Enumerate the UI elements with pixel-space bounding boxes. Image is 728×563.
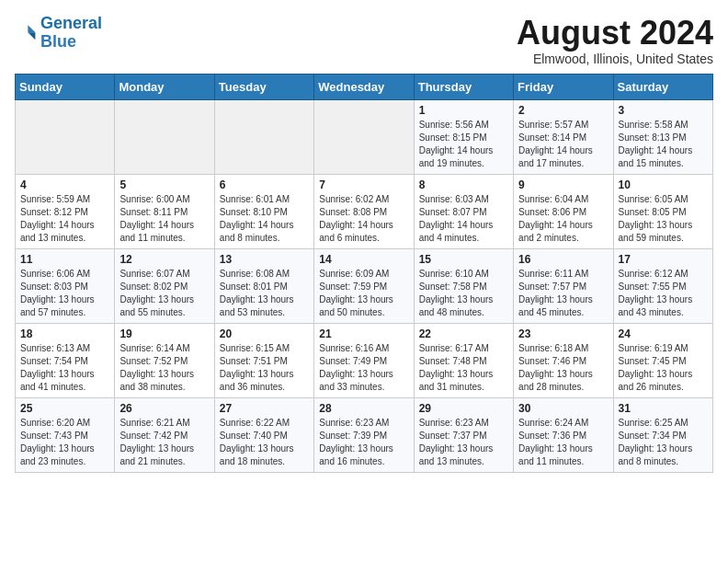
calendar-cell: 18Sunrise: 6:13 AMSunset: 7:54 PMDayligh… xyxy=(16,323,115,397)
location: Elmwood, Illinois, United States xyxy=(517,52,713,66)
calendar-cell: 11Sunrise: 6:06 AMSunset: 8:03 PMDayligh… xyxy=(16,248,115,323)
day-info: Sunrise: 6:23 AMSunset: 7:37 PMDaylight:… xyxy=(419,417,508,468)
day-number: 27 xyxy=(220,402,309,415)
day-info: Sunrise: 6:23 AMSunset: 7:39 PMDaylight:… xyxy=(319,417,408,468)
svg-marker-0 xyxy=(28,25,35,32)
day-info: Sunrise: 6:12 AMSunset: 7:55 PMDaylight:… xyxy=(619,268,708,319)
day-number: 13 xyxy=(220,253,309,266)
day-info: Sunrise: 6:25 AMSunset: 7:34 PMDaylight:… xyxy=(619,417,708,468)
day-number: 25 xyxy=(20,402,109,415)
day-header-saturday: Saturday xyxy=(613,74,712,99)
day-number: 4 xyxy=(20,178,109,191)
calendar-cell: 2Sunrise: 5:57 AMSunset: 8:14 PMDaylight… xyxy=(514,99,613,174)
day-info: Sunrise: 6:09 AMSunset: 7:59 PMDaylight:… xyxy=(319,268,408,319)
day-number: 29 xyxy=(419,402,508,415)
day-info: Sunrise: 6:10 AMSunset: 7:58 PMDaylight:… xyxy=(419,268,508,319)
week-row-1: 1Sunrise: 5:56 AMSunset: 8:15 PMDaylight… xyxy=(16,99,713,174)
calendar-cell: 14Sunrise: 6:09 AMSunset: 7:59 PMDayligh… xyxy=(314,248,414,323)
day-info: Sunrise: 6:04 AMSunset: 8:06 PMDaylight:… xyxy=(518,193,608,245)
day-number: 16 xyxy=(518,253,608,266)
day-number: 19 xyxy=(119,327,209,340)
calendar-cell: 9Sunrise: 6:04 AMSunset: 8:06 PMDaylight… xyxy=(514,174,613,248)
day-header-thursday: Thursday xyxy=(414,74,513,99)
calendar-cell: 19Sunrise: 6:14 AMSunset: 7:52 PMDayligh… xyxy=(115,323,214,397)
calendar-cell: 13Sunrise: 6:08 AMSunset: 8:01 PMDayligh… xyxy=(214,248,313,323)
logo-blue: Blue xyxy=(40,32,76,51)
day-number: 20 xyxy=(220,327,309,340)
calendar-cell: 25Sunrise: 6:20 AMSunset: 7:43 PMDayligh… xyxy=(16,397,115,472)
calendar-cell: 31Sunrise: 6:25 AMSunset: 7:34 PMDayligh… xyxy=(613,397,712,472)
day-number: 22 xyxy=(419,327,508,340)
calendar-table: SundayMondayTuesdayWednesdayThursdayFrid… xyxy=(15,74,713,473)
calendar-cell xyxy=(314,99,414,174)
calendar-cell: 27Sunrise: 6:22 AMSunset: 7:40 PMDayligh… xyxy=(214,397,313,472)
header-row: SundayMondayTuesdayWednesdayThursdayFrid… xyxy=(16,74,713,99)
day-number: 14 xyxy=(319,253,408,266)
day-number: 10 xyxy=(619,178,708,191)
day-info: Sunrise: 6:24 AMSunset: 7:36 PMDaylight:… xyxy=(518,417,608,468)
svg-marker-1 xyxy=(28,32,35,40)
day-number: 2 xyxy=(518,104,608,117)
day-number: 24 xyxy=(619,327,708,340)
calendar-cell: 5Sunrise: 6:00 AMSunset: 8:11 PMDaylight… xyxy=(115,174,214,248)
calendar-cell: 28Sunrise: 6:23 AMSunset: 7:39 PMDayligh… xyxy=(314,397,414,472)
day-number: 21 xyxy=(319,327,408,340)
day-info: Sunrise: 6:17 AMSunset: 7:48 PMDaylight:… xyxy=(419,342,508,394)
week-row-4: 18Sunrise: 6:13 AMSunset: 7:54 PMDayligh… xyxy=(16,323,713,397)
day-number: 30 xyxy=(518,402,608,415)
day-info: Sunrise: 6:03 AMSunset: 8:07 PMDaylight:… xyxy=(419,193,508,245)
day-number: 9 xyxy=(518,178,608,191)
day-number: 26 xyxy=(119,402,209,415)
day-info: Sunrise: 5:57 AMSunset: 8:14 PMDaylight:… xyxy=(518,119,608,170)
day-info: Sunrise: 6:19 AMSunset: 7:45 PMDaylight:… xyxy=(619,342,708,394)
day-number: 12 xyxy=(119,253,209,266)
day-info: Sunrise: 6:14 AMSunset: 7:52 PMDaylight:… xyxy=(119,342,209,394)
day-info: Sunrise: 6:16 AMSunset: 7:49 PMDaylight:… xyxy=(319,342,408,394)
day-header-sunday: Sunday xyxy=(16,74,115,99)
calendar-cell: 24Sunrise: 6:19 AMSunset: 7:45 PMDayligh… xyxy=(613,323,712,397)
day-info: Sunrise: 6:05 AMSunset: 8:05 PMDaylight:… xyxy=(619,193,708,245)
calendar-cell: 15Sunrise: 6:10 AMSunset: 7:58 PMDayligh… xyxy=(414,248,513,323)
month-title: August 2024 xyxy=(517,15,713,52)
day-number: 6 xyxy=(220,178,309,191)
calendar-cell: 21Sunrise: 6:16 AMSunset: 7:49 PMDayligh… xyxy=(314,323,414,397)
week-row-5: 25Sunrise: 6:20 AMSunset: 7:43 PMDayligh… xyxy=(16,397,713,472)
day-info: Sunrise: 6:15 AMSunset: 7:51 PMDaylight:… xyxy=(220,342,309,394)
calendar-cell: 23Sunrise: 6:18 AMSunset: 7:46 PMDayligh… xyxy=(514,323,613,397)
calendar-cell: 26Sunrise: 6:21 AMSunset: 7:42 PMDayligh… xyxy=(115,397,214,472)
calendar-cell xyxy=(115,99,214,174)
day-number: 15 xyxy=(419,253,508,266)
day-info: Sunrise: 6:20 AMSunset: 7:43 PMDaylight:… xyxy=(20,417,109,468)
logo: General Blue xyxy=(15,15,102,52)
day-header-monday: Monday xyxy=(115,74,214,99)
day-number: 31 xyxy=(619,402,708,415)
calendar-cell: 7Sunrise: 6:02 AMSunset: 8:08 PMDaylight… xyxy=(314,174,414,248)
day-number: 1 xyxy=(419,104,508,117)
day-info: Sunrise: 6:00 AMSunset: 8:11 PMDaylight:… xyxy=(119,193,209,245)
week-row-3: 11Sunrise: 6:06 AMSunset: 8:03 PMDayligh… xyxy=(16,248,713,323)
calendar-cell: 30Sunrise: 6:24 AMSunset: 7:36 PMDayligh… xyxy=(514,397,613,472)
day-header-tuesday: Tuesday xyxy=(214,74,313,99)
day-info: Sunrise: 6:07 AMSunset: 8:02 PMDaylight:… xyxy=(119,268,209,319)
day-number: 5 xyxy=(119,178,209,191)
calendar-cell: 22Sunrise: 6:17 AMSunset: 7:48 PMDayligh… xyxy=(414,323,513,397)
day-info: Sunrise: 5:59 AMSunset: 8:12 PMDaylight:… xyxy=(20,193,109,245)
day-info: Sunrise: 5:56 AMSunset: 8:15 PMDaylight:… xyxy=(419,119,508,170)
day-header-wednesday: Wednesday xyxy=(314,74,414,99)
day-header-friday: Friday xyxy=(514,74,613,99)
calendar-cell: 16Sunrise: 6:11 AMSunset: 7:57 PMDayligh… xyxy=(514,248,613,323)
title-block: August 2024 Elmwood, Illinois, United St… xyxy=(517,15,713,66)
day-info: Sunrise: 6:06 AMSunset: 8:03 PMDaylight:… xyxy=(20,268,109,319)
calendar-cell: 3Sunrise: 5:58 AMSunset: 8:13 PMDaylight… xyxy=(613,99,712,174)
calendar-cell xyxy=(16,99,115,174)
page-header: General Blue August 2024 Elmwood, Illino… xyxy=(15,15,713,66)
day-info: Sunrise: 6:11 AMSunset: 7:57 PMDaylight:… xyxy=(518,268,608,319)
day-number: 8 xyxy=(419,178,508,191)
day-number: 3 xyxy=(619,104,708,117)
calendar-cell: 6Sunrise: 6:01 AMSunset: 8:10 PMDaylight… xyxy=(214,174,313,248)
calendar-cell: 4Sunrise: 5:59 AMSunset: 8:12 PMDaylight… xyxy=(16,174,115,248)
day-number: 18 xyxy=(20,327,109,340)
day-number: 7 xyxy=(319,178,408,191)
day-info: Sunrise: 6:02 AMSunset: 8:08 PMDaylight:… xyxy=(319,193,408,245)
day-info: Sunrise: 6:01 AMSunset: 8:10 PMDaylight:… xyxy=(220,193,309,245)
